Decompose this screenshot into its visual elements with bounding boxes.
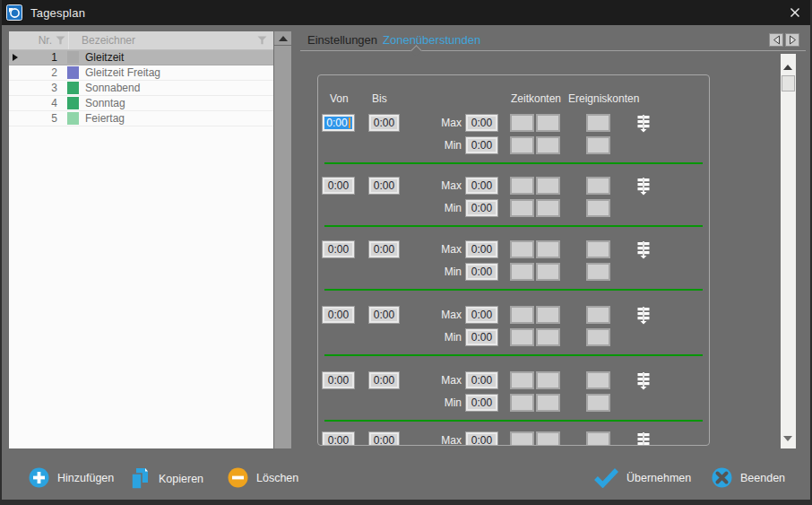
account-tree-icon[interactable] (636, 115, 651, 133)
bis-input[interactable]: 0:00 (368, 240, 400, 258)
account-tree-icon[interactable] (636, 241, 651, 259)
bis-input[interactable]: 0:00 (368, 431, 400, 446)
active-tab-notch (410, 45, 422, 57)
copy-button[interactable]: Kopieren (129, 467, 203, 490)
max-input[interactable]: 0:00 (465, 240, 498, 258)
table-row[interactable]: 5 Feiertag (9, 111, 273, 126)
table-row[interactable]: 3 Sonnabend (9, 81, 273, 96)
zeitkonto-box[interactable] (510, 431, 534, 446)
row-color-chip (67, 97, 79, 109)
min-input[interactable]: 0:00 (465, 328, 498, 346)
triangle-right-icon (789, 35, 797, 45)
max-input[interactable]: 0:00 (465, 431, 498, 446)
delete-button[interactable]: Löschen (228, 467, 298, 488)
max-input[interactable]: 0:00 (465, 177, 498, 195)
bis-input[interactable]: 0:00 (368, 114, 400, 132)
zeitkonto-box[interactable] (536, 263, 560, 281)
bezeichner-column-header: Bezeichner (68, 31, 250, 49)
zeitkonto-box[interactable] (510, 136, 534, 154)
table-row[interactable]: 4 Sonntag (9, 96, 273, 111)
check-icon (594, 467, 618, 488)
zone-group-2: 0:00 0:00 Max 0:00 Min 0:00 (318, 177, 709, 245)
table-scrollbar[interactable] (274, 31, 291, 448)
copy-button-label: Kopieren (159, 473, 203, 485)
zeitkonto-box[interactable] (536, 394, 560, 412)
zeitkonto-box[interactable] (536, 199, 560, 217)
zeitkonto-box[interactable] (510, 177, 534, 195)
add-button[interactable]: Hinzufügen (29, 467, 114, 488)
ereigniskonto-box[interactable] (586, 177, 610, 195)
zeitkonto-box[interactable] (510, 306, 534, 324)
ereigniskonto-box[interactable] (586, 371, 610, 389)
tab-zonenueberstunden[interactable]: Zonenüberstunden (383, 33, 480, 47)
apply-button[interactable]: Übernehmen (594, 467, 691, 488)
scroll-down-icon[interactable] (783, 436, 792, 441)
account-tree-icon[interactable] (636, 432, 651, 446)
bis-input[interactable]: 0:00 (368, 177, 400, 195)
zeitkonto-box[interactable] (536, 371, 560, 389)
zeitkonto-box[interactable] (510, 199, 534, 217)
zone-group-6: 0:00 0:00 Max 0:00 (318, 431, 709, 446)
table-row[interactable]: 1 Gleitzeit (9, 50, 273, 65)
nav-prev-button[interactable] (769, 33, 783, 47)
min-input[interactable]: 0:00 (465, 394, 498, 412)
zeitkonto-box[interactable] (510, 371, 534, 389)
ereigniskonto-box[interactable] (586, 240, 610, 258)
von-input[interactable]: 0:00 (322, 177, 355, 195)
von-input[interactable]: 0:00 (322, 371, 355, 389)
row-nr: 3 (22, 81, 61, 95)
zone-scrollbar[interactable] (781, 54, 796, 448)
zeitkonto-box[interactable] (536, 328, 560, 346)
account-tree-icon[interactable] (636, 307, 651, 325)
max-label: Max (426, 434, 462, 446)
zeitkonto-box[interactable] (536, 136, 560, 154)
nr-filter-icon[interactable] (52, 36, 68, 45)
row-nr: 4 (22, 96, 61, 110)
account-tree-icon[interactable] (636, 372, 651, 390)
zeitkonto-box[interactable] (536, 114, 560, 132)
max-input[interactable]: 0:00 (465, 114, 498, 132)
nav-next-button[interactable] (785, 33, 799, 47)
ereigniskonto-box[interactable] (586, 306, 610, 324)
row-name: Sonntag (80, 96, 273, 110)
bezeichner-filter-icon[interactable] (250, 36, 273, 45)
zeitkonto-box[interactable] (536, 431, 560, 446)
zeitkonto-box[interactable] (510, 114, 534, 132)
scroll-up-icon[interactable] (783, 65, 792, 70)
row-color-chip (67, 66, 79, 79)
zeitkonto-box[interactable] (536, 177, 560, 195)
bis-input[interactable]: 0:00 (368, 371, 400, 389)
table-scroll-up-icon[interactable] (274, 31, 291, 46)
row-nr: 5 (22, 111, 61, 126)
account-tree-icon[interactable] (636, 178, 651, 196)
zeitkonto-box[interactable] (536, 240, 560, 258)
von-input[interactable]: 0:00 (322, 431, 355, 446)
zeitkonto-box[interactable] (536, 306, 560, 324)
max-input[interactable]: 0:00 (465, 306, 498, 324)
close-icon[interactable] (789, 6, 801, 19)
ereigniskonto-box[interactable] (586, 394, 610, 412)
max-input[interactable]: 0:00 (465, 371, 498, 389)
quit-button[interactable]: Beenden (712, 467, 785, 488)
scrollbar-thumb[interactable] (782, 75, 795, 91)
ereigniskonto-box[interactable] (586, 136, 610, 154)
bis-input[interactable]: 0:00 (368, 306, 400, 324)
min-input[interactable]: 0:00 (465, 263, 498, 281)
ereigniskonto-box[interactable] (586, 263, 610, 281)
ereigniskonto-box[interactable] (586, 431, 610, 446)
ereigniskonto-box[interactable] (586, 114, 610, 132)
ereigniskonto-box[interactable] (586, 328, 610, 346)
tab-einstellungen[interactable]: Einstellungen (307, 33, 377, 47)
plus-circle-icon (29, 467, 49, 488)
ereigniskonto-box[interactable] (586, 199, 610, 217)
zeitkonto-box[interactable] (510, 240, 534, 258)
zeitkonto-box[interactable] (510, 328, 534, 346)
von-input[interactable]: 0:00 (322, 306, 355, 324)
von-input[interactable]: 0:00 (322, 240, 355, 258)
zeitkonto-box[interactable] (510, 263, 534, 281)
min-input[interactable]: 0:00 (465, 136, 498, 154)
zeitkonto-box[interactable] (510, 394, 534, 412)
min-input[interactable]: 0:00 (465, 199, 498, 217)
von-input[interactable]: 0:00 (322, 114, 355, 132)
table-row[interactable]: 2 Gleitzeit Freitag (9, 65, 273, 81)
